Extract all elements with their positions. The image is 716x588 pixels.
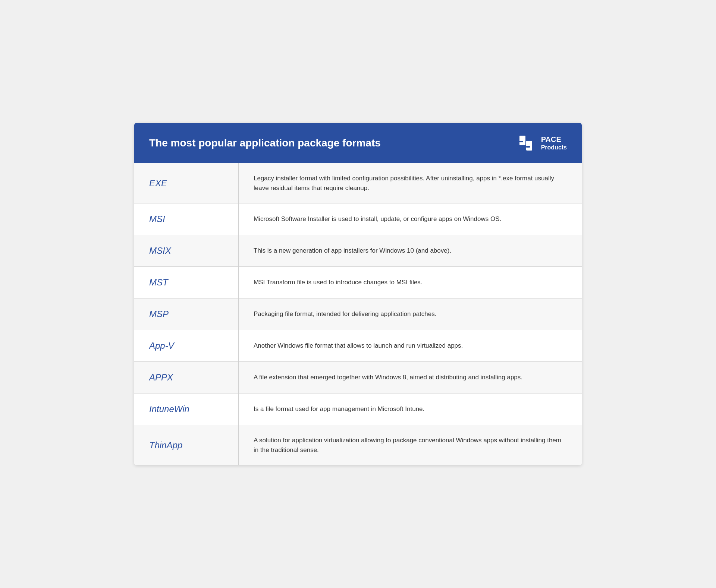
description-cell: Packaging file format, intended for deli… [239,298,582,330]
description-text: Another Windows file format that allows … [254,341,463,351]
description-cell: A file extension that emerged together w… [239,362,582,393]
description-cell: Microsoft Software Installer is used to … [239,203,582,235]
format-cell: MSI [134,203,239,235]
format-name: MSP [149,309,169,319]
header: The most popular application package for… [134,123,582,163]
description-cell: A solution for application virtualizatio… [239,425,582,465]
description-text: A file extension that emerged together w… [254,373,522,382]
description-cell: MSI Transform file is used to introduce … [239,267,582,298]
logo-text: PACE Products [541,135,567,151]
logo-container: PACE Products [518,133,567,153]
format-cell: App-V [134,330,239,361]
page-title: The most popular application package for… [149,137,381,149]
format-name: IntuneWin [149,404,189,414]
table-row: MSIXThis is a new generation of app inst… [134,235,582,267]
format-cell: MSIX [134,235,239,266]
table-row: MSTMSI Transform file is used to introdu… [134,267,582,298]
table-row: MSIMicrosoft Software Installer is used … [134,203,582,235]
format-cell: ThinApp [134,425,239,465]
description-text: Is a file format used for app management… [254,404,424,414]
format-name: EXE [149,178,167,189]
table-row: App-VAnother Windows file format that al… [134,330,582,362]
table-row: EXELegacy installer format with limited … [134,163,582,203]
description-text: Legacy installer format with limited con… [254,174,567,193]
description-text: Microsoft Software Installer is used to … [254,214,501,224]
description-cell: Legacy installer format with limited con… [239,163,582,203]
format-name: APPX [149,372,173,383]
svg-rect-1 [519,136,525,139]
svg-rect-4 [526,141,532,145]
format-cell: MSP [134,298,239,330]
table-row: ThinAppA solution for application virtua… [134,425,582,465]
formats-table: EXELegacy installer format with limited … [134,163,582,465]
description-cell: Is a file format used for app management… [239,393,582,425]
description-text: Packaging file format, intended for deli… [254,309,436,319]
svg-rect-5 [526,146,530,148]
format-cell: IntuneWin [134,393,239,425]
format-name: MST [149,277,168,288]
format-name: MSIX [149,246,171,256]
table-row: IntuneWinIs a file format used for app m… [134,393,582,425]
format-cell: EXE [134,163,239,203]
format-cell: MST [134,267,239,298]
logo-sub: Products [541,144,567,151]
format-name: App-V [149,341,174,351]
logo-brand: PACE [541,135,567,144]
description-text: A solution for application virtualizatio… [254,436,567,455]
table-row: APPXA file extension that emerged togeth… [134,362,582,393]
description-text: MSI Transform file is used to introduce … [254,278,423,287]
description-cell: Another Windows file format that allows … [239,330,582,361]
format-cell: APPX [134,362,239,393]
format-name: MSI [149,214,165,224]
format-name: ThinApp [149,440,182,451]
table-row: MSPPackaging file format, intended for d… [134,298,582,330]
description-cell: This is a new generation of app installe… [239,235,582,266]
svg-rect-2 [519,141,523,142]
main-container: The most popular application package for… [134,123,582,465]
description-text: This is a new generation of app installe… [254,246,451,256]
pace-logo-icon [518,133,537,153]
